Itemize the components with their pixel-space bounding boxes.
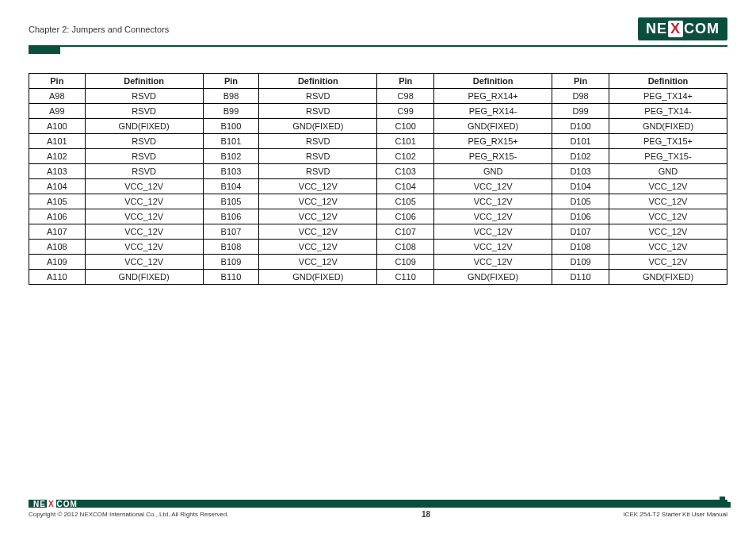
definition-cell: GND [434,164,552,179]
pin-cell: C108 [377,240,434,255]
definition-cell: GND(FIXED) [85,119,203,134]
definition-cell: GND(FIXED) [609,119,727,134]
pin-cell: B107 [203,224,259,240]
definition-cell: GND(FIXED) [434,270,552,285]
definition-cell: RSVD [259,89,377,104]
col-header: Definition [434,74,552,89]
table-row: A103RSVDB103RSVDC103GNDD103GND [29,164,727,179]
definition-cell: VCC_12V [259,194,377,209]
definition-cell: VCC_12V [85,209,203,224]
table-row: A106VCC_12VB106VCC_12VC106VCC_12VD106VCC… [29,209,727,224]
definition-cell: GND(FIXED) [609,270,727,285]
pin-cell: D102 [552,149,609,164]
definition-cell: GND(FIXED) [259,119,377,134]
definition-cell: VCC_12V [609,255,727,270]
table-row: A100GND(FIXED)B100GND(FIXED)C100GND(FIXE… [29,119,727,134]
pin-cell: A108 [29,240,86,255]
pin-cell: B109 [203,255,259,270]
footer-logo-post: COM [57,500,78,508]
definition-cell: PEG_TX14+ [609,89,727,104]
definition-cell: RSVD [85,104,203,119]
pin-cell: C100 [377,119,434,134]
pin-cell: A104 [29,179,86,194]
pin-cell: C105 [377,194,434,209]
pin-definition-table: Pin Definition Pin Definition Pin Defini… [29,73,727,285]
definition-cell: VCC_12V [85,224,203,240]
pin-cell: D108 [552,240,609,255]
definition-cell: VCC_12V [85,194,203,209]
pin-cell: B102 [203,149,259,164]
table-row: A110GND(FIXED)B110GND(FIXED)C110GND(FIXE… [29,270,727,285]
col-header: Pin [377,74,434,89]
pin-cell: B98 [203,89,259,104]
table-row: A104VCC_12VB104VCC_12VC104VCC_12VD104VCC… [29,179,727,194]
logo-text-pre: NE [646,21,667,37]
definition-cell: RSVD [259,134,377,149]
definition-cell: RSVD [259,149,377,164]
pin-cell: A105 [29,194,86,209]
table-header-row: Pin Definition Pin Definition Pin Defini… [29,74,727,89]
definition-cell: VCC_12V [434,179,552,194]
pin-cell: A109 [29,255,86,270]
pin-cell: B105 [203,194,259,209]
logo-text-x: X [668,21,683,37]
definition-cell: GND(FIXED) [434,119,552,134]
pin-cell: B101 [203,134,259,149]
col-header: Pin [552,74,609,89]
header-rule [29,45,727,47]
definition-cell: VCC_12V [434,255,552,270]
definition-cell: PEG_RX14+ [434,89,552,104]
pin-cell: D105 [552,194,609,209]
chapter-title: Chapter 2: Jumpers and Connectors [29,25,169,34]
table-row: A107VCC_12VB107VCC_12VC107VCC_12VD107VCC… [29,224,727,240]
pin-cell: D100 [552,119,609,134]
table-row: A101RSVDB101RSVDC101PEG_RX15+D101PEG_TX1… [29,134,727,149]
definition-cell: GND [609,164,727,179]
definition-cell: RSVD [85,149,203,164]
accent-bar [29,46,60,54]
definition-cell: RSVD [85,164,203,179]
definition-cell: GND(FIXED) [259,270,377,285]
table-row: A108VCC_12VB108VCC_12VC108VCC_12VD108VCC… [29,240,727,255]
table-row: A98RSVDB98RSVDC98PEG_RX14+D98PEG_TX14+ [29,89,727,104]
pin-cell: C104 [377,179,434,194]
definition-cell: VCC_12V [259,209,377,224]
definition-cell: VCC_12V [259,240,377,255]
pin-cell: C110 [377,270,434,285]
pin-cell: B108 [203,240,259,255]
definition-cell: VCC_12V [85,179,203,194]
pin-cell: A107 [29,224,86,240]
pin-cell: D106 [552,209,609,224]
pin-cell: A100 [29,119,86,134]
page-footer: NEXCOM Copyright © 2012 NEXCOM Internati… [29,500,727,519]
definition-cell: VCC_12V [609,194,727,209]
definition-cell: PEG_RX14- [434,104,552,119]
definition-cell: PEG_TX15- [609,149,727,164]
pin-cell: C106 [377,209,434,224]
definition-cell: VCC_12V [85,240,203,255]
pin-cell: D107 [552,224,609,240]
corner-decoration-icon [720,497,731,508]
pin-cell: A101 [29,134,86,149]
col-header: Pin [203,74,259,89]
definition-cell: RSVD [85,89,203,104]
footer-logo: NEXCOM [33,500,78,508]
definition-cell: VCC_12V [259,255,377,270]
pin-cell: A98 [29,89,86,104]
definition-cell: VCC_12V [259,179,377,194]
definition-cell: VCC_12V [609,179,727,194]
definition-cell: VCC_12V [609,209,727,224]
pin-cell: A102 [29,149,86,164]
pin-cell: B103 [203,164,259,179]
definition-cell: VCC_12V [609,240,727,255]
table-row: A102RSVDB102RSVDC102PEG_RX15-D102PEG_TX1… [29,149,727,164]
pin-cell: C99 [377,104,434,119]
definition-cell: VCC_12V [434,240,552,255]
definition-cell: RSVD [259,104,377,119]
definition-cell: PEG_TX14- [609,104,727,119]
definition-cell: VCC_12V [85,255,203,270]
col-header: Pin [29,74,86,89]
pin-cell: A106 [29,209,86,224]
logo-text-post: COM [684,21,720,37]
pin-cell: B106 [203,209,259,224]
